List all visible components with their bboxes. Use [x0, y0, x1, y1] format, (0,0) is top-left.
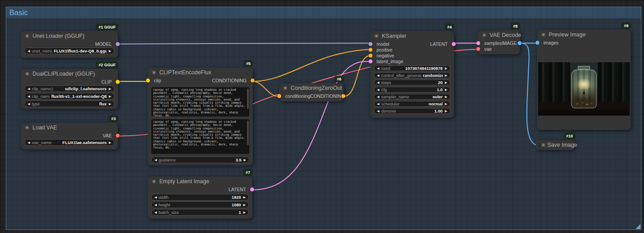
widget-height[interactable]: ◀ height 1080 ▶: [151, 201, 249, 208]
positive-port-icon[interactable]: [369, 48, 373, 52]
collapse-dot-icon[interactable]: [152, 71, 156, 74]
node-preview-image[interactable]: #9 Preview Image images: [537, 30, 631, 130]
arrow-left-icon[interactable]: ◀: [377, 109, 379, 113]
arrow-right-icon[interactable]: ▶: [445, 95, 447, 99]
latent-image-port-icon[interactable]: [369, 59, 373, 63]
clip-port-icon[interactable]: [116, 80, 120, 84]
widget-control-after-generate[interactable]: ◀ control_after_generate randomize ▶: [374, 72, 450, 78]
widget-cfg[interactable]: ◀ cfg 1.0 ▶: [374, 87, 450, 92]
node-dual-clip-loader[interactable]: #2 GGUF DualCLIPLoader (GGUF) CLIP ◀ cli…: [21, 69, 118, 109]
arrow-left-icon[interactable]: ◀: [28, 141, 30, 145]
arrow-left-icon[interactable]: ◀: [28, 87, 30, 91]
arrow-left-icon[interactable]: ◀: [377, 95, 379, 99]
node-title-bar[interactable]: Unet Loader (GGUF): [21, 31, 118, 41]
group-resize-handle[interactable]: [636, 224, 640, 229]
widget-denoise[interactable]: ◀ denoise 1.00 ▶: [374, 108, 450, 114]
node-title-bar[interactable]: VAE Decode: [478, 30, 520, 40]
node-load-vae[interactable]: #3 Load VAE VAE ◀ vae_name FLUX1\ae.safe…: [21, 123, 118, 149]
node-save-image[interactable]: #10 Save Image: [536, 140, 575, 150]
arrow-left-icon[interactable]: ◀: [154, 211, 157, 214]
widget-width[interactable]: ◀ width 1920 ▶: [151, 194, 249, 201]
group-basic-header[interactable]: Basic: [6, 7, 641, 18]
arrow-right-icon[interactable]: ▶: [109, 87, 111, 91]
widget-unet-name[interactable]: ◀ unet_name FLUX1\flux1-dev-Q8_0.gguf ▶: [24, 48, 114, 54]
collapse-dot-icon[interactable]: [152, 180, 156, 183]
collapse-dot-icon[interactable]: [25, 72, 29, 76]
model-port-icon[interactable]: [369, 42, 373, 46]
collapse-dot-icon[interactable]: [284, 86, 287, 90]
node-title-bar[interactable]: DualCLIPLoader (GGUF): [21, 69, 118, 79]
node-unet-loader[interactable]: #1 GGUF Unet Loader (GGUF) MODEL ◀ unet_…: [21, 31, 118, 58]
latent-port-icon[interactable]: [250, 187, 254, 191]
node-empty-latent-image[interactable]: #7 Empty Latent Image LATENT ◀ width 192…: [148, 177, 252, 219]
widget-sampler-name[interactable]: ◀ sampler_name euler ▶: [374, 94, 450, 100]
collapse-dot-icon[interactable]: [25, 34, 29, 38]
conditioning-out-port-icon[interactable]: [341, 94, 345, 98]
node-title-bar[interactable]: Empty Latent Image: [148, 177, 252, 186]
arrow-left-icon[interactable]: ◀: [377, 88, 379, 92]
arrow-right-icon[interactable]: ▶: [109, 95, 111, 98]
arrow-left-icon[interactable]: ◀: [28, 95, 30, 98]
node-graph-canvas[interactable]: Basic #1 GGUF Unet Loader (GGUF) MODEL ◀…: [0, 0, 644, 233]
arrow-right-icon[interactable]: ▶: [109, 102, 111, 106]
negative-port-icon[interactable]: [369, 53, 373, 57]
widget-guidance[interactable]: ◀ guidance 3.5 ▶: [151, 157, 249, 163]
arrow-left-icon[interactable]: ◀: [377, 74, 379, 77]
conditioning-port-icon[interactable]: [251, 78, 255, 82]
image-port-icon[interactable]: [518, 41, 522, 45]
arrow-right-icon[interactable]: ▶: [445, 67, 447, 70]
conditioning-in-port-icon[interactable]: [277, 94, 281, 98]
arrow-right-icon[interactable]: ▶: [243, 203, 246, 207]
collapse-dot-icon[interactable]: [542, 143, 545, 147]
arrow-right-icon[interactable]: ▶: [243, 196, 246, 199]
node-title-bar[interactable]: CLIPTextEncodeFlux: [148, 68, 253, 77]
samples-port-icon[interactable]: [476, 41, 480, 45]
prompt-textarea-2[interactable]: canopy of smog, casting long shadows on …: [151, 119, 249, 154]
node-clip-text-encode-flux[interactable]: #5 CLIPTextEncodeFlux clip CONDITIONING …: [148, 68, 253, 165]
node-title-bar[interactable]: Load VAE: [21, 123, 118, 133]
arrow-right-icon[interactable]: ▶: [243, 211, 246, 214]
node-conditioning-zero-out[interactable]: #6 ConditioningZeroOut conditioning COND…: [279, 83, 344, 101]
widget-type[interactable]: ◀ type flux ▶: [24, 100, 114, 107]
node-ksampler[interactable]: #4 KSampler model LATENT positive negati…: [370, 31, 454, 118]
vae-port-icon[interactable]: [476, 47, 480, 51]
arrow-left-icon[interactable]: ◀: [377, 67, 379, 70]
arrow-right-icon[interactable]: ▶: [109, 141, 111, 145]
widget-scheduler[interactable]: ◀ scheduler normal ▶: [374, 101, 450, 107]
prompt-textarea-1[interactable]: canopy of smog, casting long shadows on …: [151, 87, 249, 116]
clip-port-icon[interactable]: [146, 78, 150, 82]
arrow-left-icon[interactable]: ◀: [28, 102, 30, 106]
collapse-dot-icon[interactable]: [482, 33, 486, 37]
arrow-left-icon[interactable]: ◀: [377, 81, 379, 84]
vae-port-icon[interactable]: [116, 133, 120, 137]
arrow-left-icon[interactable]: ◀: [154, 196, 157, 199]
arrow-right-icon[interactable]: ▶: [445, 81, 447, 84]
latent-port-icon[interactable]: [452, 42, 456, 46]
widget-batch-size[interactable]: ◀ batch_size 1 ▶: [151, 209, 249, 216]
node-title-bar[interactable]: Save Image: [536, 140, 575, 150]
arrow-left-icon[interactable]: ◀: [154, 203, 157, 207]
node-title-bar[interactable]: KSampler: [370, 31, 454, 41]
widget-clip-name1[interactable]: ◀ clip_name1 sd\clip_l.safetensors ▶: [24, 85, 114, 92]
collapse-dot-icon[interactable]: [25, 126, 29, 129]
model-port-icon[interactable]: [116, 42, 120, 46]
arrow-right-icon[interactable]: ▶: [445, 102, 447, 106]
node-title-bar[interactable]: Preview Image: [537, 30, 631, 40]
arrow-right-icon[interactable]: ▶: [244, 158, 246, 162]
node-vae-decode[interactable]: #8 VAE Decode samples IMAGE vae: [478, 30, 520, 54]
collapse-dot-icon[interactable]: [375, 34, 378, 38]
arrow-left-icon[interactable]: ◀: [28, 49, 30, 53]
arrow-left-icon[interactable]: ◀: [377, 102, 379, 106]
widget-vae-name[interactable]: ◀ vae_name FLUX1\ae.safetensors ▶: [24, 139, 114, 146]
arrow-right-icon[interactable]: ▶: [445, 109, 447, 113]
collapse-dot-icon[interactable]: [542, 33, 545, 36]
arrow-left-icon[interactable]: ◀: [154, 158, 157, 162]
widget-clip-name2[interactable]: ◀ clip_name2 flux\t5-v1_1-xxl-encoder-Q8…: [24, 93, 114, 100]
arrow-right-icon[interactable]: ▶: [445, 74, 447, 77]
arrow-right-icon[interactable]: ▶: [445, 88, 447, 92]
widget-seed[interactable]: ◀ seed 1073074841190878 ▶: [374, 65, 450, 71]
node-title-bar[interactable]: ConditioningZeroOut: [279, 83, 344, 93]
widget-steps[interactable]: ◀ steps 20 ▶: [374, 80, 450, 85]
arrow-right-icon[interactable]: ▶: [109, 49, 111, 53]
images-port-icon[interactable]: [535, 40, 539, 44]
